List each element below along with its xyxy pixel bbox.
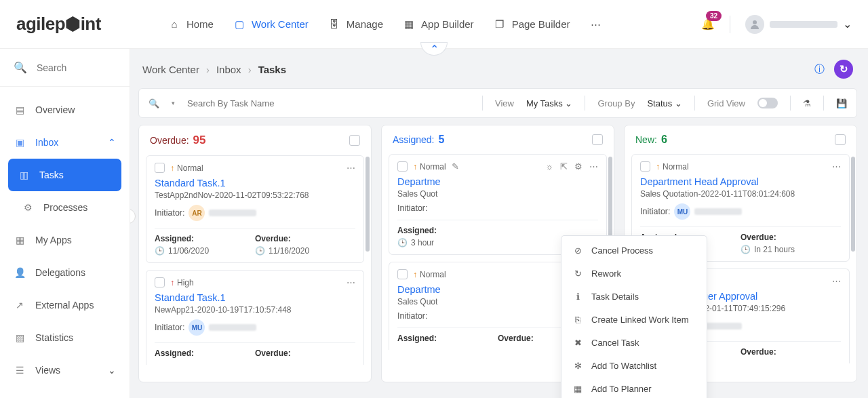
overdue-label: Overdue: bbox=[741, 347, 841, 357]
refresh-icon: ↻ bbox=[572, 268, 583, 279]
scrollbar[interactable] bbox=[851, 157, 855, 252]
person-icon: 👤 bbox=[14, 266, 26, 279]
sidebar-tasks[interactable]: ▥Tasks bbox=[8, 159, 121, 191]
menu-label: Cancel Task bbox=[591, 338, 639, 348]
username bbox=[770, 21, 837, 28]
notif-badge: 32 bbox=[706, 11, 722, 21]
initiator-label: Initiator: bbox=[397, 311, 427, 321]
nav-work-center[interactable]: ▢Work Center bbox=[233, 18, 309, 31]
task-card[interactable]: ↑Normal⋯ Standard Task.1 TestApp2ndNov-2… bbox=[146, 155, 364, 263]
select-all-new[interactable] bbox=[835, 134, 846, 145]
task-title[interactable]: Department Head Approval bbox=[640, 176, 841, 187]
assigned-label: Assigned: bbox=[397, 226, 598, 235]
view-select[interactable]: My Tasks ⌄ bbox=[526, 98, 573, 108]
sb-deleg-label: Delegations bbox=[35, 267, 85, 278]
notifications[interactable]: 🔔 32 bbox=[701, 18, 715, 31]
menu-label: Cancel Process bbox=[591, 245, 653, 256]
crumb-wc[interactable]: Work Center bbox=[142, 64, 199, 75]
save-icon[interactable]: 💾 bbox=[836, 98, 847, 108]
sidebar-external[interactable]: ↗External Apps bbox=[0, 289, 130, 321]
assigned-value: 3 hour bbox=[411, 238, 434, 247]
task-checkbox[interactable] bbox=[397, 269, 408, 279]
menu-add-watchlist[interactable]: ✻Add To Watchlist bbox=[561, 354, 707, 377]
task-title[interactable]: Standard Task.1 bbox=[155, 178, 355, 188]
chevron-down-icon[interactable]: ▾ bbox=[172, 100, 175, 106]
assigned-label: Assigned: bbox=[397, 334, 498, 343]
search-input[interactable] bbox=[37, 62, 104, 73]
task-checkbox[interactable] bbox=[155, 277, 165, 287]
more-icon[interactable]: ⋯ bbox=[347, 163, 355, 173]
nav-page-builder[interactable]: ❐Page Builder bbox=[493, 18, 570, 31]
monitor-icon: ▢ bbox=[233, 18, 246, 31]
priority-label: Normal bbox=[420, 270, 446, 279]
overdue-label: Overdue: bbox=[255, 234, 355, 243]
sidebar-search[interactable]: 🔍 bbox=[0, 49, 130, 87]
sun-icon[interactable]: ☼ bbox=[546, 162, 553, 172]
sidebar-inbox[interactable]: ▣Inbox⌃ bbox=[0, 126, 130, 159]
initiator-name bbox=[694, 208, 742, 215]
chevron-up-icon: ⌃ bbox=[430, 43, 439, 56]
crumb-tasks: Tasks bbox=[258, 64, 286, 75]
clock-icon: 🕒 bbox=[155, 246, 165, 256]
user-menu[interactable]: ⌄ bbox=[745, 15, 852, 34]
sidebar-statistics[interactable]: ▨Statistics bbox=[0, 321, 130, 354]
edit-icon[interactable]: ✎ bbox=[452, 161, 459, 172]
sb-overview-label: Overview bbox=[35, 104, 75, 115]
nav-home[interactable]: ⌂Home bbox=[167, 18, 214, 31]
more-icon: ⋯ bbox=[589, 18, 603, 31]
gridview-toggle[interactable] bbox=[757, 98, 778, 108]
collapse-sidebar[interactable]: ‹ bbox=[130, 209, 136, 224]
task-title[interactable]: Departme bbox=[397, 176, 598, 187]
menu-task-details[interactable]: ℹTask Details bbox=[561, 285, 707, 308]
sidebar-myapps[interactable]: ▦My Apps bbox=[0, 224, 130, 256]
nav-manage[interactable]: 🗄Manage bbox=[328, 18, 383, 31]
overdue-label: Overdue: bbox=[255, 349, 355, 358]
sidebar-overview[interactable]: ▤Overview bbox=[0, 94, 130, 126]
sidebar-processes[interactable]: ⚙Processes bbox=[0, 191, 130, 224]
assigned-count: 5 bbox=[438, 134, 444, 146]
sidebar-delegations[interactable]: 👤Delegations bbox=[0, 256, 130, 289]
menu-add-planner[interactable]: ▦Add To Planner bbox=[561, 377, 707, 398]
filter-icon[interactable]: ⚗ bbox=[803, 98, 811, 108]
open-icon[interactable]: ⇱ bbox=[560, 161, 568, 172]
task-checkbox[interactable] bbox=[640, 161, 650, 172]
calendar-icon: ▦ bbox=[572, 384, 583, 394]
overdue-value: 11/16/2020 bbox=[269, 246, 309, 256]
select-all-assigned[interactable] bbox=[592, 134, 603, 145]
more-icon[interactable]: ⋯ bbox=[832, 276, 841, 286]
assigned-value: 11/06/2020 bbox=[168, 246, 209, 256]
clock-icon: 🕒 bbox=[397, 238, 408, 247]
task-subtitle: NewApp21-2020-10-19T17:10:57:448 bbox=[155, 305, 355, 315]
crumb-inbox[interactable]: Inbox bbox=[216, 64, 241, 75]
nav-app-builder[interactable]: ▦App Builder bbox=[402, 18, 474, 31]
more-icon[interactable]: ⋯ bbox=[347, 277, 355, 287]
menu-label: Add To Watchlist bbox=[591, 361, 656, 371]
task-search-input[interactable] bbox=[187, 98, 323, 108]
more-icon[interactable]: ⋯ bbox=[589, 161, 598, 172]
refresh-button[interactable]: ↻ bbox=[834, 60, 853, 79]
gear-icon[interactable]: ⚙ bbox=[574, 161, 583, 172]
menu-rework[interactable]: ↻Rework bbox=[561, 262, 707, 285]
sidebar-views[interactable]: ☰Views⌄ bbox=[0, 354, 130, 386]
group-label: Group By bbox=[597, 98, 635, 108]
menu-cancel-task[interactable]: ✖Cancel Task bbox=[561, 331, 707, 354]
info-icon[interactable]: ⓘ bbox=[814, 63, 825, 76]
menu-cancel-process[interactable]: ⊘Cancel Process bbox=[561, 239, 707, 262]
scrollbar[interactable] bbox=[366, 157, 370, 252]
nav-more[interactable]: ⋯ bbox=[589, 18, 603, 31]
clock-icon: 🕒 bbox=[741, 245, 751, 254]
assigned-label: Assigned: bbox=[155, 234, 255, 243]
task-card[interactable]: ↑High⋯ Standard Task.1 NewApp21-2020-10-… bbox=[146, 270, 364, 365]
chevron-down-icon: ⌄ bbox=[843, 18, 852, 31]
task-checkbox[interactable] bbox=[155, 163, 165, 173]
sidebar: 🔍 ▤Overview ▣Inbox⌃ ▥Tasks ⚙Processes ▦M… bbox=[0, 49, 130, 398]
more-icon[interactable]: ⋯ bbox=[832, 161, 841, 172]
external-icon: ↗ bbox=[14, 299, 26, 311]
menu-create-linked[interactable]: ⎘Create Linked Work Item bbox=[561, 308, 707, 331]
select-all-overdue[interactable] bbox=[349, 135, 360, 146]
search-icon[interactable]: 🔍 bbox=[149, 98, 159, 108]
task-checkbox[interactable] bbox=[397, 161, 408, 172]
chevron-up-icon: ⌃ bbox=[108, 137, 116, 148]
task-title[interactable]: Standard Task.1 bbox=[155, 292, 355, 303]
group-select[interactable]: Status ⌄ bbox=[647, 98, 682, 108]
